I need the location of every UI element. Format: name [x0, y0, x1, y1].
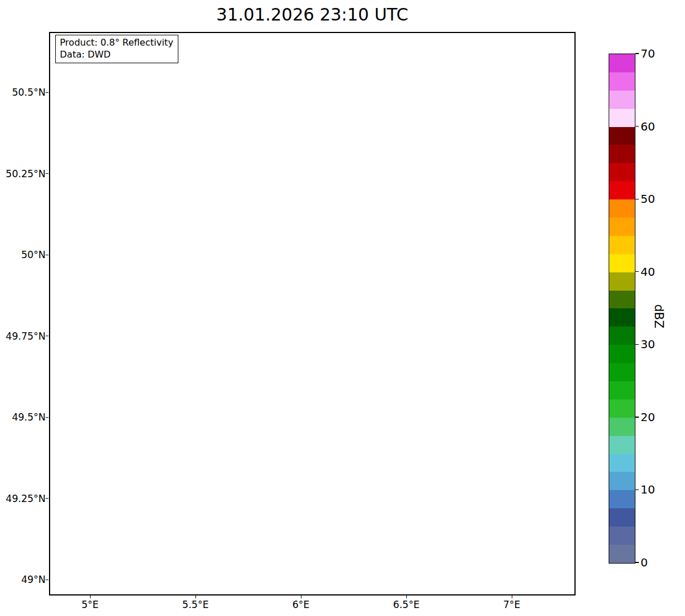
- colorbar-segment: [609, 381, 635, 399]
- colorbar-tick-label: 10: [641, 483, 655, 496]
- y-tick-mark: [46, 580, 48, 580]
- y-tick-label: 50°N: [21, 249, 46, 260]
- colorbar-segment: [609, 527, 635, 545]
- colorbar-segment: [609, 181, 635, 199]
- colorbar-tick-mark: [635, 199, 639, 199]
- x-tick-label: 5°E: [81, 599, 99, 610]
- colorbar-tick-mark: [635, 53, 639, 54]
- colorbar-axis-label: dBZ: [652, 304, 666, 328]
- colorbar-segment: [609, 454, 635, 472]
- colorbar-tick-mark: [635, 417, 639, 417]
- colorbar-segment: [609, 472, 635, 490]
- colorbar-segment: [609, 236, 635, 254]
- colorbar-tick-label: 40: [641, 265, 655, 279]
- colorbar-segment: [609, 163, 635, 181]
- radar-figure: 31.01.2026 23:10 UTC Product: 0.8° Refle…: [0, 0, 685, 616]
- x-tick-label: 6°E: [292, 599, 309, 610]
- colorbar-segment: [609, 91, 635, 109]
- y-tick-label: 49.25°N: [6, 493, 46, 504]
- y-tick-label: 49.75°N: [6, 331, 46, 342]
- colorbar-segment: [609, 399, 635, 418]
- colorbar-segment: [609, 363, 635, 381]
- colorbar-tick-label: 60: [641, 120, 655, 133]
- colorbar-segment: [609, 327, 635, 345]
- x-tick-label: 5.5°E: [182, 599, 209, 610]
- colorbar-segment: [609, 508, 635, 527]
- colorbar-segment: [609, 272, 635, 291]
- x-tick-mark: [512, 595, 512, 598]
- colorbar: [609, 54, 635, 564]
- x-tick-mark: [90, 595, 91, 598]
- figure-title: 31.01.2026 23:10 UTC: [49, 5, 576, 25]
- y-tick-mark: [46, 173, 48, 174]
- colorbar-tick-mark: [635, 562, 639, 562]
- y-tick-label: 50.5°N: [12, 87, 46, 98]
- colorbar-segment: [609, 418, 635, 436]
- colorbar-tick-label: 0: [641, 556, 648, 569]
- colorbar-segment: [609, 72, 635, 91]
- colorbar-tick-label: 70: [641, 47, 655, 60]
- y-tick-label: 49.5°N: [12, 411, 46, 423]
- x-tick-label: 6.5°E: [393, 599, 419, 610]
- x-tick-mark: [406, 595, 407, 598]
- colorbar-segment: [609, 127, 635, 145]
- colorbar-tick-mark: [635, 126, 639, 127]
- colorbar-segment: [609, 109, 635, 127]
- colorbar-segment: [609, 291, 635, 309]
- map-frame: [49, 32, 576, 595]
- colorbar-segment: [609, 254, 635, 272]
- colorbar-segment: [609, 545, 635, 563]
- product-info-line: Product: 0.8° Reflectivity: [60, 36, 173, 48]
- colorbar-tick-label: 30: [641, 337, 655, 351]
- colorbar-segment: [609, 345, 635, 363]
- x-tick-label: 7°E: [503, 599, 520, 610]
- colorbar-segment: [609, 145, 635, 163]
- colorbar-segment: [609, 54, 635, 72]
- colorbar-tick-mark: [635, 344, 639, 345]
- colorbar-tick-mark: [635, 271, 639, 272]
- colorbar-segment: [609, 218, 635, 236]
- colorbar-segment: [609, 308, 635, 327]
- y-tick-mark: [46, 498, 48, 499]
- colorbar-segment: [609, 436, 635, 454]
- y-tick-mark: [46, 336, 48, 336]
- data-source-line: Data: DWD: [60, 48, 173, 60]
- y-tick-mark: [46, 255, 48, 255]
- y-tick-mark: [46, 417, 48, 418]
- colorbar-tick-label: 50: [641, 192, 655, 206]
- x-tick-mark: [301, 595, 301, 598]
- x-tick-mark: [195, 595, 196, 598]
- y-tick-mark: [46, 92, 48, 93]
- y-tick-label: 49°N: [21, 574, 46, 585]
- product-info-box: Product: 0.8° Reflectivity Data: DWD: [55, 35, 178, 63]
- colorbar-tick-label: 20: [641, 410, 655, 424]
- colorbar-tick-mark: [635, 489, 639, 490]
- colorbar-segment: [609, 490, 635, 508]
- y-tick-label: 50.25°N: [6, 168, 46, 180]
- colorbar-segment: [609, 199, 635, 218]
